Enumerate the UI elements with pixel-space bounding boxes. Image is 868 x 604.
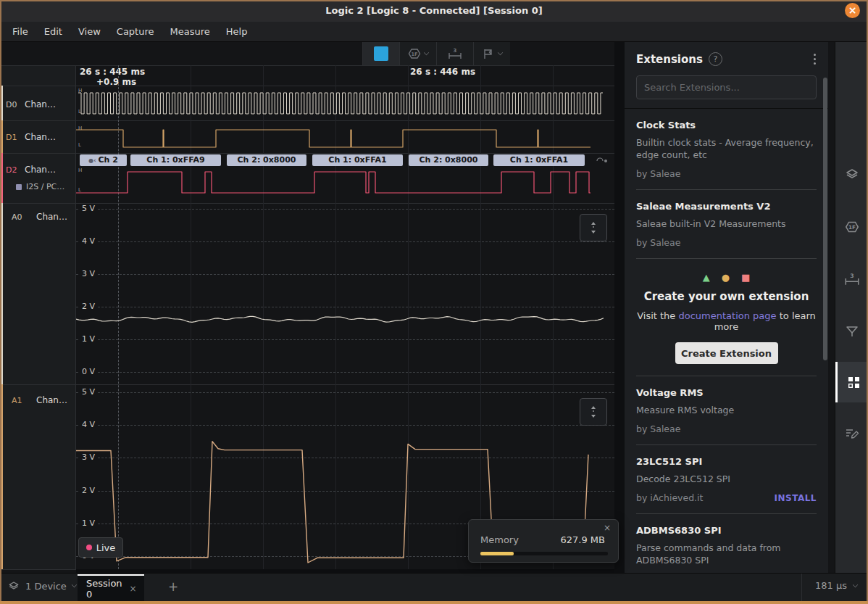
extension-author: by Saleae — [636, 423, 680, 434]
device-count-label: 1 Device — [25, 581, 67, 592]
session-tab-label: Session 0 — [86, 578, 122, 600]
sidebar-notes-button[interactable] — [835, 418, 868, 447]
svg-text:3: 3 — [454, 48, 457, 54]
menu-help[interactable]: Help — [218, 22, 256, 41]
annotation-flag-button[interactable] — [473, 42, 510, 65]
menu-file[interactable]: File — [4, 22, 36, 41]
capture-toolbar: 1F 3 — [0, 42, 625, 65]
trigger-settings-button[interactable]: 1F — [399, 42, 436, 65]
extension-item-voltage-rms[interactable]: Voltage RMS Measure RMS voltage by Salea… — [636, 387, 817, 445]
close-tab-icon[interactable]: × — [130, 584, 137, 594]
extension-desc: Parse commands and data from ADBMS6830 S… — [636, 542, 817, 566]
extension-item-23lc512-spi[interactable]: 23LC512 SPI Decode 23LC512 SPI by iAchie… — [636, 456, 817, 514]
title-bar: Logic 2 [Logic 8 - Connected] [Session 0… — [0, 0, 868, 22]
menu-bar: File Edit View Capture Measure Help — [0, 22, 868, 42]
divider — [636, 376, 817, 376]
memory-label: Memory — [480, 534, 519, 545]
extension-desc: Builtin clock stats - Average frequency,… — [636, 136, 817, 161]
text: Visit the — [637, 310, 678, 321]
flag-icon — [481, 46, 496, 61]
documentation-link[interactable]: documentation page — [679, 310, 777, 321]
menu-measure[interactable]: Measure — [162, 22, 218, 41]
measurement-tool-button[interactable]: 3 — [436, 42, 473, 65]
extension-desc: Measure RMS voltage — [636, 404, 817, 416]
extension-item-adbms6830-spi[interactable]: ADBMS6830 SPI Parse commands and data fr… — [636, 525, 817, 566]
waveform-canvas[interactable] — [76, 65, 614, 569]
extension-shapes-icons: ▲●■ — [636, 272, 817, 283]
close-window-button[interactable]: × — [845, 3, 860, 18]
extension-title: 23LC512 SPI — [636, 456, 817, 467]
circle-icon: ● — [722, 272, 741, 283]
memory-close-icon[interactable]: × — [604, 523, 611, 533]
triangle-icon: ▲ — [703, 272, 722, 283]
memory-value: 627.9 MB — [561, 534, 605, 545]
create-extension-heading: Create your own extension — [636, 290, 817, 303]
window-title: Logic 2 [Logic 8 - Connected] [Session 0… — [0, 0, 868, 22]
stop-capture-button[interactable] — [362, 42, 399, 65]
extension-title: ADBMS6830 SPI — [636, 525, 817, 536]
extensions-scrollbar[interactable] — [823, 78, 827, 360]
sidebar-measurements-button[interactable]: 3 — [835, 265, 868, 294]
device-icon — [7, 579, 20, 592]
right-sidebar: 1F 3 — [835, 42, 868, 573]
stop-icon — [374, 46, 388, 61]
extensions-list: Clock Stats Builtin clock stats - Averag… — [625, 108, 828, 566]
extension-desc: Saleae built-in V2 Measurements — [636, 218, 817, 230]
memory-progress-track — [480, 552, 608, 555]
extension-title: Clock Stats — [636, 120, 817, 131]
menu-edit[interactable]: Edit — [36, 22, 70, 41]
extension-item-saleae-measurements[interactable]: Saleae Measurements V2 Saleae built-in V… — [636, 201, 817, 259]
toolbar-group: 1F 3 — [362, 42, 510, 65]
divider — [636, 258, 817, 259]
square-icon: ■ — [741, 272, 761, 283]
new-session-button[interactable]: + — [168, 579, 178, 594]
live-label: Live — [96, 542, 116, 553]
bottom-bar: 1 Device Session 0 × + 181 µs — [0, 573, 868, 601]
timespan-selector[interactable]: 181 µs — [815, 580, 858, 591]
divider — [801, 574, 802, 601]
extensions-icon — [846, 374, 861, 390]
extension-author: by Saleae — [636, 168, 680, 179]
install-link[interactable]: INSTALL — [775, 493, 817, 503]
measure-ruler-icon: 3 — [843, 271, 861, 287]
extension-author: by Saleae — [636, 237, 680, 248]
measure-ruler-icon: 3 — [447, 46, 463, 61]
marker-flag-icon — [844, 323, 860, 339]
svg-text:1F: 1F — [848, 224, 856, 231]
sidebar-devices-button[interactable] — [835, 160, 868, 189]
sidebar-annotations-button[interactable] — [835, 317, 868, 346]
app-window: Logic 2 [Logic 8 - Connected] [Session 0… — [0, 0, 868, 604]
extension-author: by iAchieved.it — [636, 492, 703, 503]
create-extension-button[interactable]: Create Extension — [675, 342, 778, 364]
device-selector-button[interactable]: 1 Device — [7, 579, 77, 592]
svg-text:3: 3 — [850, 273, 854, 279]
divider — [636, 513, 817, 514]
extensions-panel: Extensions ? Clock Stats Builtin clock s… — [625, 42, 828, 573]
memory-progress-fill — [480, 552, 514, 555]
help-icon[interactable]: ? — [709, 52, 722, 66]
create-extension-block: ▲●■ Create your own extension Visit the … — [636, 272, 817, 376]
live-button[interactable]: Live — [78, 537, 123, 558]
extension-title: Voltage RMS — [636, 387, 817, 398]
trigger-hexagon-icon: 1F — [844, 219, 860, 235]
chevron-down-icon — [498, 50, 503, 55]
menu-view[interactable]: View — [70, 22, 109, 41]
live-dot-icon — [86, 545, 92, 550]
search-extensions-input[interactable] — [636, 75, 817, 99]
extension-item-clock-stats[interactable]: Clock Stats Builtin clock stats - Averag… — [636, 120, 817, 190]
kebab-menu-icon[interactable] — [814, 54, 817, 65]
menu-capture[interactable]: Capture — [109, 22, 162, 41]
session-tab[interactable]: Session 0 × — [78, 574, 144, 602]
memory-popup: Memory 627.9 MB × — [468, 519, 619, 563]
create-extension-line: Visit the documentation page to learn mo… — [636, 310, 817, 332]
timespan-label: 181 µs — [815, 580, 847, 591]
device-icon — [844, 166, 860, 182]
extensions-title: Extensions — [636, 53, 703, 66]
sidebar-extensions-button[interactable] — [835, 362, 868, 402]
extension-title: Saleae Measurements V2 — [636, 201, 817, 212]
divider — [636, 189, 817, 190]
sidebar-trigger-button[interactable]: 1F — [835, 212, 868, 241]
divider — [636, 444, 817, 445]
chevron-down-icon — [72, 582, 77, 587]
chevron-down-icon — [424, 50, 429, 55]
